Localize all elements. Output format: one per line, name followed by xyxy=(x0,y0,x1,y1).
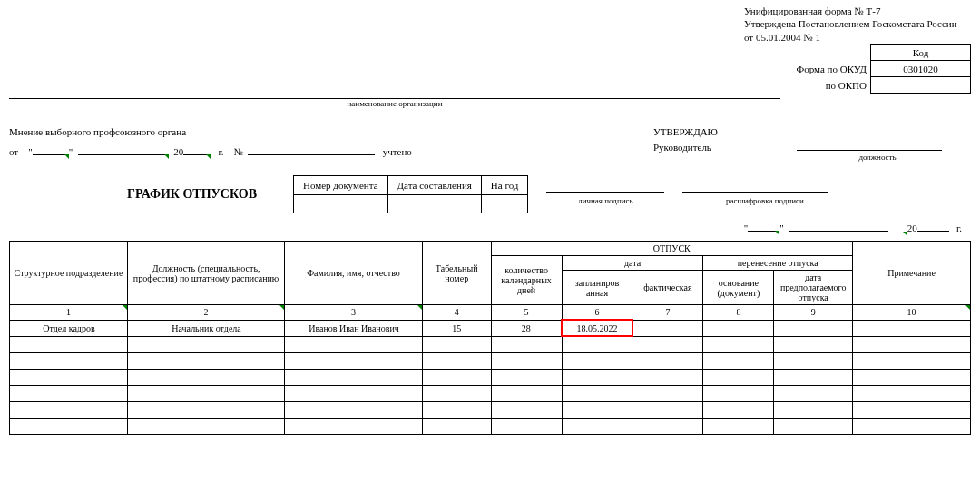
docnum-table: Номер документа Дата составления На год xyxy=(293,175,528,213)
table-row xyxy=(10,401,971,418)
okpo-label: по ОКПО xyxy=(730,80,867,91)
okud-label: Форма по ОКУД xyxy=(730,64,867,74)
table-row xyxy=(10,385,971,401)
planned-date-cell: 18.05.2022 xyxy=(562,320,632,336)
sign-area: личная подпись расшифровка подписи xyxy=(546,183,838,205)
table-row xyxy=(10,352,971,369)
org-name-line xyxy=(9,86,780,99)
okpo-value xyxy=(871,77,971,94)
utv-block: УТВЕРЖДАЮ Руководитель должность xyxy=(653,126,942,162)
org-caption: наименование организации xyxy=(9,99,780,108)
main-table: Структурное подразделение Должность (спе… xyxy=(9,241,971,435)
mnenie-block: Мнение выборного профсоюзного органа от … xyxy=(9,126,644,162)
table-row xyxy=(10,418,971,434)
form-header: Унифицированная форма № Т-7 Утверждена П… xyxy=(744,5,957,44)
approval-date: "" 20 г. xyxy=(9,223,962,233)
okud-value: 0301020 xyxy=(871,61,971,77)
table-row xyxy=(10,369,971,385)
table-row xyxy=(10,336,971,352)
okud-block: Код 0301020 Форма по ОКУД по ОКПО xyxy=(870,44,971,94)
table-row: Отдел кадров Начальник отдела Иванов Ива… xyxy=(10,320,971,336)
main-title: ГРАФИК ОТПУСКОВ xyxy=(127,187,257,202)
kod-cell: Код xyxy=(871,45,971,61)
